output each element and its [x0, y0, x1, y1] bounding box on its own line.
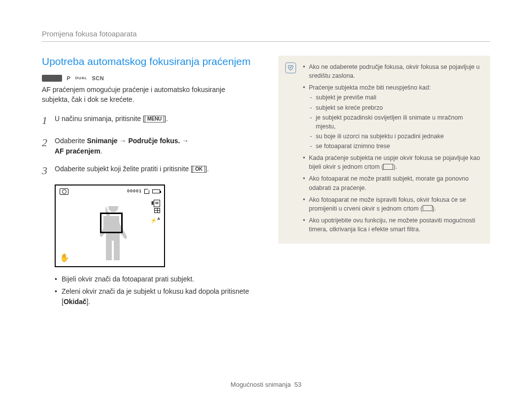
size-m-icon: M [154, 200, 160, 207]
ok-button-icon: OK [193, 166, 205, 173]
note-item: Ako ne odaberete područje fokusa, okvir … [303, 62, 482, 80]
note-sub-item: subjekt je previše mali [309, 93, 482, 102]
white-frame-icon [383, 164, 393, 170]
note-sub-item: subjekt se kreće prebrzo [309, 103, 482, 112]
note-sub-item: se fotoaparat iznimno trese [309, 142, 482, 151]
screen-status-bar: 00001 [127, 188, 160, 194]
camera-mode-icon [60, 188, 68, 195]
note-item: Kada praćenje subjekta ne uspje okvir fo… [303, 154, 482, 171]
shot-counter: 00001 [127, 188, 142, 193]
menu-button-icon: MENU [145, 116, 164, 123]
note-item: Ako upotrijebite ovu funkciju, ne možete… [303, 216, 482, 234]
header-title: Promjena fokusa fotoaparata [42, 30, 137, 38]
note-box: Ako ne odaberete područje fokusa, okvir … [278, 56, 490, 244]
bullet-white-frame: Bijeli okvir znači da fotoaparat prati s… [55, 274, 254, 284]
section-title: Upotreba automatskog fokusiranja praćenj… [42, 56, 254, 67]
step-3-body: Odaberite subjekt koji želite pratiti i … [55, 162, 254, 179]
step-1-body: U načinu snimanja, pritisnite [MENU]. [55, 112, 254, 128]
sub-bullets: Bijeli okvir znači da fotoaparat prati s… [55, 274, 254, 307]
note-item: Ako fotoaparat ne može ispraviti fokus, … [303, 195, 482, 213]
note-item: Ako fotoaparat ne može pratiti subjekt, … [303, 174, 482, 192]
footer-section: Mogućnosti snimanja [231, 381, 291, 388]
note-icon [285, 62, 296, 73]
note-item: Praćenje subjekta može biti neuspješno k… [303, 83, 482, 151]
note-sub-item: su boje ili uzorci na subjektu i pozadin… [309, 132, 482, 141]
footer-page-number: 53 [294, 381, 301, 388]
stabilizer-icon: ✋ [60, 253, 69, 262]
mode-dual-icon: DUAL [75, 76, 87, 80]
screen-right-icons: ▮M ⚡A [150, 198, 160, 225]
right-column: Ako ne odaberete područje fokusa, okvir … [278, 56, 490, 309]
bullet-green-frame: Zeleni okvir znači da je subjekt u fokus… [55, 286, 254, 307]
page-footer: Mogućnosti snimanja 53 [0, 381, 532, 388]
camera-screen-preview: 00001 ▮M ⚡A ✋ [55, 185, 165, 267]
mode-icons: AUTO P DUAL SCN [42, 73, 254, 82]
step-2-body: Odaberite Snimanje → Područje fokus. → A… [55, 134, 254, 156]
red-frame-icon [423, 205, 432, 211]
note-sub-item: je subjekt pozadinski osvijetljen ili sn… [309, 113, 482, 131]
battery-icon [152, 189, 160, 193]
sd-card-icon [144, 189, 149, 194]
flash-icon: ⚡A [150, 216, 160, 225]
mode-p-icon: P [66, 75, 70, 81]
left-column: Upotreba automatskog fokusiranja praćenj… [42, 56, 254, 309]
mode-auto-icon: AUTO [42, 75, 62, 82]
step-number: 3 [42, 162, 55, 179]
page-header: Promjena fokusa fotoaparata [42, 30, 490, 42]
focus-frame-icon [100, 213, 123, 233]
metering-icon [154, 208, 160, 213]
intro-text: AF praćenjem omogućuje praćenje i automa… [42, 85, 254, 104]
steps-list: 1 U načinu snimanja, pritisnite [MENU]. … [42, 112, 254, 179]
step-number: 2 [42, 134, 55, 156]
mode-scn-icon: SCN [92, 75, 104, 81]
step-number: 1 [42, 112, 55, 128]
